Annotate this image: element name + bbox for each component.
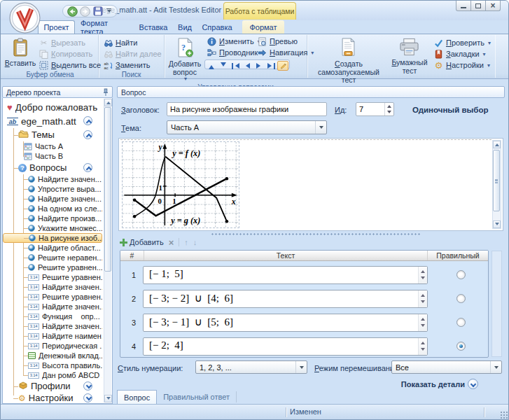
tree-question-item[interactable]: Укажите множес... — [3, 223, 102, 233]
id-spin-up[interactable] — [385, 103, 393, 109]
expand-settings-button[interactable] — [83, 393, 92, 402]
shuffle-mode-select[interactable]: Все — [391, 360, 502, 374]
answer-text-input[interactable]: [− 2; 4] — [143, 337, 428, 356]
answers-scrollbar-track[interactable] — [491, 251, 502, 357]
replace-button[interactable]: abac Заменить — [101, 59, 164, 71]
bottom-tab-question[interactable]: Вопрос — [117, 390, 157, 404]
edit-mode-button[interactable] — [277, 61, 288, 71]
find-next-button[interactable]: Найти далее — [101, 48, 164, 59]
explorer-button[interactable]: Проводник — [204, 47, 255, 58]
answer-spin-down[interactable] — [419, 323, 427, 331]
select-all-button[interactable]: Выделить все — [36, 59, 103, 71]
last-question-button[interactable] — [265, 61, 277, 71]
tree-question-item[interactable]: Найдите област... — [3, 243, 102, 253]
answer-spinner[interactable] — [418, 290, 427, 307]
correct-answer-radio[interactable] — [456, 270, 466, 279]
tree-section-topics[interactable]: Темы — [3, 128, 102, 141]
collapse-questions-button[interactable] — [83, 163, 92, 172]
tree-question-item[interactable]: Денежный вклад... — [3, 351, 102, 360]
tree-question-item[interactable]: Найдите наимен... — [3, 331, 102, 341]
tree-question-item[interactable]: Высота правиль... — [3, 360, 102, 370]
answer-move-down-button[interactable]: ↓ — [193, 238, 197, 246]
tree-question-item[interactable]: Периодическая ... — [3, 341, 102, 351]
tree-question-item[interactable]: Решите уравнен... — [3, 292, 102, 302]
tab-help[interactable]: Справка — [198, 20, 236, 34]
app-menu-button[interactable] — [9, 2, 41, 34]
preview-button[interactable]: Превью — [255, 36, 304, 47]
qtext-scroll-thumb[interactable] — [493, 150, 500, 211]
bottom-tab-correct-answer[interactable]: Правильный ответ — [157, 391, 237, 402]
tree-question-item[interactable]: Найдите произв... — [3, 214, 102, 223]
tree-question-item[interactable]: Решите уравнен... — [3, 262, 102, 272]
tree-question-item[interactable]: Найдите значен... — [3, 282, 102, 292]
create-test-button[interactable]: Создать самозапускаемый тест — [309, 36, 388, 85]
answer-spinner[interactable] — [418, 267, 427, 284]
delete-answer-button[interactable]: × — [169, 238, 174, 247]
tree-section-questions[interactable]: Вопросы — [3, 161, 102, 174]
next-question-button[interactable] — [253, 61, 265, 71]
minimize-button[interactable] — [456, 1, 471, 11]
answer-spin-down[interactable] — [419, 346, 427, 355]
tree-section-settings[interactable]: ⚙ Настройки — [3, 392, 102, 404]
tree-question-item[interactable]: На рисунке изоб... — [3, 233, 102, 243]
tree-scroll-down[interactable] — [104, 395, 112, 402]
tree-item-root[interactable]: ege_math.att — [3, 114, 102, 128]
answer-spin-down[interactable] — [419, 275, 427, 284]
navigation-button[interactable]: Навигация — [255, 47, 304, 58]
quick-access-dropdown[interactable] — [105, 8, 113, 15]
edit-question-button[interactable]: Изменить — [204, 36, 255, 47]
pin-icon[interactable] — [102, 88, 109, 98]
cut-button[interactable]: ✂ Вырезать — [36, 37, 103, 48]
paste-button[interactable]: Вставить — [4, 36, 36, 69]
id-spin-down[interactable] — [385, 109, 393, 115]
answer-spinner[interactable] — [418, 314, 427, 331]
add-question-button[interactable]: ? Добавить вопрос — [167, 36, 203, 83]
tree-scroll-thumb[interactable] — [104, 107, 111, 272]
tree-question-item[interactable]: Решите уравнен... — [3, 272, 102, 282]
question-id-spinner[interactable]: 7 — [356, 102, 394, 116]
tree-topic-item[interactable]: Часть B — [3, 151, 102, 161]
save-button[interactable] — [92, 6, 103, 17]
move-down-button[interactable] — [218, 61, 229, 71]
tree-scrollbar[interactable] — [104, 99, 111, 402]
first-question-button[interactable] — [230, 61, 241, 71]
answer-spin-up[interactable] — [419, 338, 427, 346]
tree-question-item[interactable]: Найдите значен... — [3, 174, 102, 184]
tree-question-item[interactable]: Упростите выра... — [3, 184, 102, 194]
tree-question-item[interactable]: Найдите значен... — [3, 321, 102, 331]
tree-question-item[interactable]: Решите неравен... — [3, 253, 102, 262]
answer-text-input[interactable]: [− 1; 5] — [143, 266, 428, 284]
forward-button[interactable] — [80, 6, 90, 17]
expand-profiles-button[interactable] — [83, 382, 92, 391]
move-up-button[interactable] — [206, 61, 217, 71]
tab-project[interactable]: Проект — [38, 20, 75, 34]
previous-question-button[interactable] — [242, 61, 253, 71]
tree-section-profiles[interactable]: Профили — [3, 380, 102, 392]
check-button[interactable]: Проверить — [431, 37, 493, 48]
settings-button[interactable]: ⚙ Настройки — [431, 59, 493, 71]
add-answer-button[interactable]: Добавить — [120, 238, 164, 246]
question-title-input[interactable]: На рисунке изображены графики — [167, 102, 327, 116]
bookmarks-button[interactable]: Закладки — [431, 48, 493, 59]
find-button[interactable]: Найти — [101, 37, 164, 48]
question-content-area[interactable]: y x 0 1 1 y = f (x) y = g (x) — [118, 138, 503, 231]
tree-topic-item[interactable]: Часть A — [3, 141, 102, 151]
resize-grip[interactable] — [500, 411, 508, 419]
question-text-scrollbar[interactable] — [492, 140, 501, 229]
answer-spinner[interactable] — [418, 338, 427, 355]
answer-spin-up[interactable] — [419, 267, 427, 275]
correct-answer-radio[interactable] — [456, 342, 466, 351]
tab-format[interactable]: Формат — [242, 20, 284, 34]
topic-select[interactable]: Часть A — [167, 120, 327, 134]
content-splitter[interactable] — [211, 233, 421, 235]
answer-spin-down[interactable] — [419, 299, 427, 307]
copy-button[interactable]: Копировать — [36, 48, 103, 59]
tab-insert[interactable]: Вставка — [135, 20, 172, 34]
close-button[interactable]: × — [485, 1, 501, 11]
collapse-root-button[interactable] — [83, 116, 92, 125]
restore-button[interactable] — [470, 1, 486, 11]
correct-answer-radio[interactable] — [456, 318, 466, 327]
answer-move-up-button[interactable]: ↑ — [184, 238, 188, 246]
answer-text-input[interactable]: [− 3; − 2] ∪ [4; 6] — [143, 290, 428, 308]
correct-answer-radio[interactable] — [456, 294, 466, 303]
